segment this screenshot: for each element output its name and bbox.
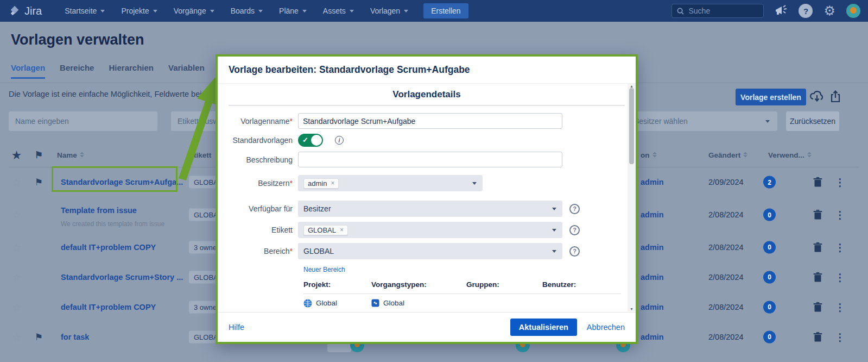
column-header-verwendungen[interactable]: Verwend...	[768, 151, 812, 159]
tab-vorlagen[interactable]: Vorlagen	[11, 63, 45, 79]
column-header-etikett[interactable]: Etikett	[189, 151, 211, 159]
tab-variablen[interactable]: Variablen	[168, 63, 205, 79]
help-icon[interactable]: ?	[569, 204, 580, 214]
dialog-body: Vorlagendetails Vorlagenname* Standardvo…	[218, 84, 636, 311]
trash-icon[interactable]	[813, 210, 822, 220]
label-select[interactable]: GLOBAL×	[298, 222, 562, 238]
owner-chip: admin×	[303, 178, 339, 189]
nav-item-assets[interactable]: Assets	[323, 7, 354, 15]
globe-icon	[303, 299, 312, 308]
usage-count-badge: 0	[763, 301, 776, 313]
trash-icon[interactable]	[813, 242, 822, 252]
favorite-star-icon[interactable]: ☆	[12, 209, 21, 221]
favorite-star-icon[interactable]: ☆	[12, 271, 21, 283]
dialog-scrollbar[interactable]: ▲ ▼	[628, 84, 636, 311]
nav-item-projekte[interactable]: Projekte	[121, 7, 157, 15]
template-name-input[interactable]	[298, 113, 562, 129]
nav-item-startseite[interactable]: Startseite	[65, 7, 105, 15]
nav-item-vorgaenge[interactable]: Vorgänge	[174, 7, 214, 15]
flag-icon[interactable]: ⚑	[35, 331, 43, 342]
template-name-link[interactable]: Template from issue	[61, 206, 137, 215]
chevron-down-icon	[350, 10, 354, 13]
filter-name-input[interactable]	[9, 111, 157, 131]
template-name-link[interactable]: default IT+problem COPY	[61, 243, 156, 252]
flag-header-icon[interactable]: ⚑	[35, 149, 43, 160]
tab-hierarchien[interactable]: Hierarchien	[109, 63, 154, 79]
row-actions-kebab-icon[interactable]: ⋮	[835, 241, 845, 253]
help-icon[interactable]: ?	[569, 246, 580, 257]
template-name-link[interactable]: Standardvorlage Scrum+Aufga...	[61, 178, 183, 186]
nav-item-vorlagen[interactable]: Vorlagen	[370, 7, 408, 15]
gear-icon[interactable]: ⚙	[823, 4, 835, 17]
chevron-down-icon	[552, 208, 556, 210]
row-actions-kebab-icon[interactable]: ⋮	[835, 271, 845, 283]
row-actions-kebab-icon[interactable]: ⋮	[835, 330, 845, 343]
default-template-toggle[interactable]: ✓	[298, 134, 323, 147]
column-header-name[interactable]: Name	[57, 151, 84, 159]
help-icon[interactable]: ?	[799, 4, 813, 18]
owner-link[interactable]: admin	[641, 210, 664, 219]
nav-item-boards[interactable]: Boards	[231, 7, 263, 15]
favorite-star-icon[interactable]: ☆	[12, 330, 21, 343]
chevron-down-icon	[552, 250, 556, 253]
search-input[interactable]: Suche	[671, 4, 764, 18]
favorite-star-icon[interactable]: ☆	[12, 241, 21, 253]
create-template-button[interactable]: Vorlage erstellen	[736, 89, 806, 105]
top-navbar: Jira Startseite Projekte Vorgänge Boards…	[0, 0, 868, 22]
import-cloud-icon[interactable]	[810, 90, 824, 103]
nav-item-plaene[interactable]: Pläne	[279, 7, 307, 15]
available-for-select[interactable]: Besitzer	[298, 201, 562, 217]
field-label-standardvorlagen: Standardvorlagen	[218, 136, 298, 145]
remove-chip-icon[interactable]: ×	[331, 179, 334, 187]
create-button[interactable]: Erstellen	[423, 3, 468, 18]
export-share-icon[interactable]	[829, 90, 841, 103]
remove-chip-icon[interactable]: ×	[340, 226, 344, 234]
template-subtitle: We created this template from issue	[61, 220, 164, 228]
scroll-up-arrow[interactable]: ▲	[630, 84, 633, 88]
trash-icon[interactable]	[813, 332, 822, 342]
cancel-button[interactable]: Abbrechen	[587, 323, 625, 332]
template-name-link[interactable]: default IT+problem COPY	[61, 303, 156, 311]
owner-link[interactable]: admin	[641, 273, 664, 282]
page-description: Die Vorlage ist eine einfache Möglichkei…	[9, 90, 241, 98]
scroll-down-arrow[interactable]: ▼	[630, 307, 633, 311]
tab-bereiche[interactable]: Bereiche	[60, 63, 94, 79]
help-icon[interactable]: ?	[569, 225, 580, 235]
owners-select[interactable]: admin×	[298, 175, 483, 191]
row-actions-kebab-icon[interactable]: ⋮	[835, 176, 845, 189]
scope-col-benutzer: Benutzer:	[542, 280, 621, 289]
update-button[interactable]: Aktualisieren	[510, 319, 577, 336]
row-actions-kebab-icon[interactable]: ⋮	[835, 209, 845, 221]
jira-logo[interactable]: Jira	[9, 5, 42, 17]
flag-icon[interactable]: ⚑	[35, 177, 43, 188]
owner-link[interactable]: admin	[641, 333, 664, 341]
owner-link[interactable]: admin	[641, 243, 664, 252]
new-scope-link[interactable]: Neuer Bereich	[303, 266, 345, 273]
reset-button[interactable]: Zurücksetzen	[786, 111, 839, 131]
trash-icon[interactable]	[813, 272, 822, 282]
nav-menu: Startseite Projekte Vorgänge Boards Plän…	[65, 7, 408, 15]
user-avatar[interactable]	[846, 4, 860, 18]
scrollbar-thumb[interactable]	[629, 88, 634, 164]
help-link[interactable]: Hilfe	[229, 323, 244, 332]
favorite-star-icon[interactable]: ☆	[12, 176, 21, 189]
description-input[interactable]	[298, 152, 562, 167]
owner-link[interactable]: admin	[641, 303, 664, 311]
chevron-down-icon	[302, 10, 307, 13]
megaphone-icon[interactable]	[775, 5, 788, 17]
trash-icon[interactable]	[813, 302, 822, 312]
edit-template-dialog: Vorlage bearbeiten: Standardvorlage Scru…	[216, 54, 638, 344]
scope-select[interactable]: GLOBAL	[298, 243, 562, 259]
template-name-link[interactable]: Standardvorlage Scrum+Story ...	[61, 273, 183, 282]
favorite-star-icon[interactable]: ☆	[12, 301, 21, 313]
star-header-icon[interactable]: ★	[12, 148, 21, 161]
search-icon	[677, 8, 684, 15]
row-actions-kebab-icon[interactable]: ⋮	[835, 301, 845, 313]
column-header-geaendert[interactable]: Geändert	[708, 151, 747, 159]
sort-icon	[743, 152, 747, 158]
column-header-owner-partial[interactable]: on	[641, 151, 657, 159]
trash-icon[interactable]	[813, 177, 822, 188]
template-name-link[interactable]: for task	[61, 333, 89, 341]
owner-link[interactable]: admin	[641, 178, 664, 186]
info-icon[interactable]: i	[335, 136, 344, 145]
